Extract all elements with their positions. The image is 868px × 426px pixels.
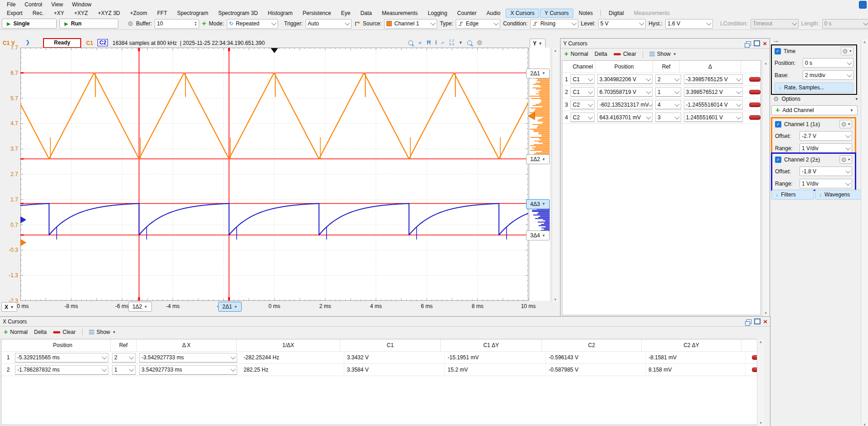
trigger-select[interactable]: Auto [306,19,352,29]
tab-x-cursors[interactable]: X Cursors [506,9,539,18]
channel2-gear-button[interactable]: ⚙▼ [839,155,852,164]
expand-icon[interactable]: ❯ [25,39,30,45]
source-select[interactable]: Channel 1 [384,19,437,29]
tab-spectrogram-3d[interactable]: Spectrogram 3D [214,9,262,18]
tab-eye[interactable]: Eye [336,9,355,18]
tab-y-cursors[interactable]: Y Cursors [540,9,573,18]
x-deltax-select[interactable]: -3.542927733 ms [139,353,237,362]
tab-spectrogram[interactable]: Spectrogram [172,9,213,18]
remove-cursor-button[interactable] [749,115,761,120]
buffer-spinbox[interactable]: 10 ▲▼ [155,19,199,29]
tab-export[interactable]: Export [2,9,27,18]
x-delta-button-2Δ1[interactable]: 2Δ1▼ [218,302,242,312]
channel2-checkbox[interactable]: ✓ [775,157,781,163]
y-table-scrollbar[interactable]: ▲▼ [762,60,769,316]
run-arrow-icon[interactable]: → [772,36,780,44]
add-acquisition-icon[interactable]: + [202,21,206,26]
channel2-offset-select[interactable]: -1.8 V [800,166,852,176]
horizontal-ruler-icon[interactable]: Ħ [427,39,431,46]
y-ref-select[interactable]: 3 [655,113,681,122]
tab-audio[interactable]: Audio [482,9,505,18]
x-clear-button[interactable]: Clear [53,329,76,335]
wavegens-button[interactable]: ↓Wavegens [815,190,863,200]
x-axis-button[interactable]: X▼ [1,302,17,312]
tab--xy[interactable]: +XY [49,9,68,18]
options-menu[interactable]: ⚙Options▼ [770,94,861,103]
y-delta-select[interactable]: 1.245551601 V [684,113,743,122]
x-position-select[interactable]: -1.786287832 ms [15,365,108,375]
pointer-icon[interactable]: ➢ [416,39,424,46]
x-add-normal-button[interactable]: +Normal [4,329,28,335]
x-delta-button-1Δ2[interactable]: 1Δ2▼ [128,302,152,312]
x-add-delta-button[interactable]: Delta [34,329,47,335]
mode-select[interactable]: ↻ Repeated [227,19,278,29]
x-position-select[interactable]: -5.329215565 ms [15,353,108,362]
y-delta-select[interactable]: -1.2455516014 V [684,100,743,109]
y-add-normal-button[interactable]: +Normal [564,51,588,57]
menu-window[interactable]: Window [68,1,96,8]
menu-control[interactable]: Control [20,1,46,8]
tab-persistence[interactable]: Persistence [298,9,336,18]
float-panel-icon[interactable] [746,319,751,324]
x-deltax-select[interactable]: 3.542927733 ms [139,365,237,375]
rate-samples-button[interactable]: ↓Rate, Samples... [775,83,853,93]
zoom-1-icon[interactable] [408,40,413,45]
y-position-select[interactable]: -602.135231317 mV [597,100,653,109]
y-delta-select[interactable]: -3.3985765125 V [684,74,743,84]
y-position-select[interactable]: 3.304982206 V [597,74,653,84]
y-channel-select[interactable]: C1 [571,87,595,97]
y-ref-select[interactable]: 2 [655,74,681,84]
time-checkbox[interactable]: ✓ [775,48,781,54]
y-position-select[interactable]: 6.703558719 V [597,87,653,97]
tab-digital[interactable]: Digital [604,9,628,18]
tab-measurements[interactable]: Measurements [629,9,674,18]
y-show-menu[interactable]: Show▼ [649,51,677,57]
channel1-checkbox[interactable]: ✓ [775,121,781,127]
y-clear-button[interactable]: Clear [614,51,636,57]
corner-ruler-icon[interactable]: ⌐ [441,39,444,46]
close-panel-icon[interactable]: × [763,41,767,46]
single-button[interactable]: ▶ Single [2,19,57,29]
type-select[interactable]: Edge [456,19,500,29]
y-ref-select[interactable]: 1 [655,87,681,97]
y-channel-select[interactable]: C2 [571,113,595,122]
hysteresis-select[interactable]: 1.6 V [665,19,713,29]
tab-notes[interactable]: Notes [574,9,597,18]
tab-counter[interactable]: Counter [453,9,481,18]
tab-rec-[interactable]: Rec. [28,9,49,18]
menu-file[interactable]: File [3,1,20,8]
remove-cursor-button[interactable] [749,77,761,82]
add-channel-button[interactable]: +Add Channel▼ [771,105,858,115]
y-channel-select[interactable]: C2 [571,100,595,109]
channel1-range-select[interactable]: 1 V/div [800,143,852,153]
tab--xyz-3d[interactable]: +XYZ 3D [93,9,125,18]
vertical-ruler-icon[interactable]: Ι [435,39,437,46]
y-position-select[interactable]: 643.4163701 mV [597,113,653,122]
time-base-select[interactable]: 2 ms/div [803,70,853,80]
y-axis-button[interactable]: Y▼ [530,39,546,48]
y-delta-button-4Δ3[interactable]: 4Δ3▼ [526,199,550,209]
y-channel-select[interactable]: C1 [571,74,595,84]
buffer-spin-arrows[interactable]: ▲▼ [194,21,197,26]
channel2-chip[interactable]: C2 [98,39,108,46]
config-scrollbar[interactable]: ▲▼ [861,39,868,426]
maximize-panel-icon[interactable] [754,40,760,46]
filters-button[interactable]: ↓Filters [771,190,814,200]
cursor-list-icon[interactable]: 1 23 4 [449,39,454,46]
y-delta-button-3Δ4[interactable]: 3Δ4▼ [526,230,550,240]
tab-logging[interactable]: Logging [423,9,452,18]
time-gear-button[interactable]: ⚙▼ [841,47,853,55]
x-table-scrollbar[interactable]: ▲▼ [757,339,764,426]
scope-plot[interactable] [20,48,550,301]
tab--zoom[interactable]: +Zoom [126,9,152,18]
y-delta-button-2Δ1[interactable]: 2Δ1▼ [526,69,550,78]
run-button[interactable]: ▶ Run [59,19,118,29]
channel1-offset-select[interactable]: -2.7 V [800,131,852,141]
tab-data[interactable]: Data [356,9,376,18]
tab-fft[interactable]: FFT [152,9,171,18]
channel2-range-select[interactable]: 1 V/div [800,179,852,188]
menu-view[interactable]: View [47,1,67,8]
time-position-select[interactable]: 0 s [803,58,853,68]
x-show-menu[interactable]: Show▼ [89,329,116,335]
x-ref-select[interactable]: 1 [112,365,136,375]
